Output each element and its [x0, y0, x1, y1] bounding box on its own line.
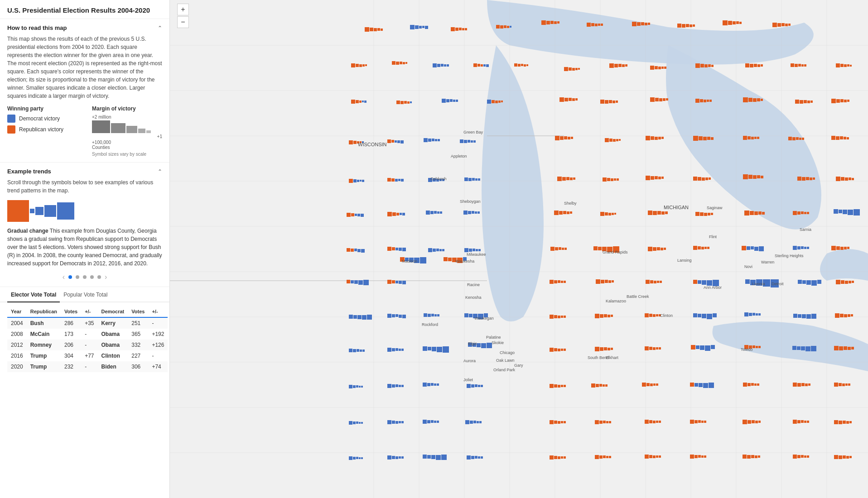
- svg-rect-445: [693, 280, 697, 284]
- svg-rect-27: [374, 28, 377, 31]
- svg-rect-363: [399, 248, 402, 251]
- cell-rep-change: -: [81, 361, 97, 372]
- svg-rect-115: [695, 63, 700, 68]
- svg-rect-737: [843, 455, 846, 459]
- svg-rect-228: [707, 137, 710, 140]
- carousel-prev[interactable]: ‹: [63, 273, 65, 281]
- svg-rect-508: [756, 313, 758, 316]
- svg-rect-534: [443, 346, 449, 353]
- svg-rect-202: [432, 139, 434, 141]
- svg-rect-470: [387, 314, 391, 318]
- svg-rect-322: [563, 211, 566, 214]
- svg-rect-25: [365, 27, 369, 32]
- svg-rect-205: [460, 139, 463, 143]
- svg-rect-289: [761, 176, 763, 178]
- svg-rect-226: [699, 136, 703, 140]
- svg-rect-182: [804, 100, 807, 103]
- carousel-dot-5[interactable]: [97, 275, 101, 279]
- svg-rect-612: [699, 383, 703, 387]
- svg-rect-413: [358, 280, 363, 285]
- carousel-dot-3[interactable]: [83, 275, 87, 279]
- svg-rect-261: [468, 178, 472, 181]
- svg-rect-297: [845, 177, 848, 181]
- example-trends-header[interactable]: Example trends ⌃: [7, 168, 162, 175]
- col-rep-votes: Votes: [61, 306, 81, 317]
- svg-rect-567: [801, 346, 805, 350]
- svg-rect-340: [744, 211, 749, 215]
- svg-rect-585: [423, 383, 427, 387]
- svg-text:Clinton: Clinton: [660, 313, 673, 318]
- svg-rect-733: [804, 455, 806, 458]
- svg-rect-222: [655, 137, 658, 140]
- svg-rect-681: [839, 421, 842, 424]
- svg-rect-352: [843, 210, 847, 214]
- carousel-dot-1[interactable]: [68, 275, 72, 279]
- svg-rect-138: [362, 101, 364, 102]
- svg-text:Sterling Heights: Sterling Heights: [775, 254, 804, 258]
- svg-rect-659: [609, 421, 611, 423]
- svg-rect-176: [748, 98, 752, 102]
- svg-rect-321: [559, 211, 563, 215]
- svg-rect-643: [434, 421, 436, 423]
- svg-rect-335: [695, 212, 699, 216]
- map-area[interactable]: + −: [170, 0, 868, 498]
- svg-rect-727: [751, 455, 754, 458]
- svg-rect-433: [561, 281, 563, 283]
- zoom-out-button[interactable]: −: [177, 16, 189, 28]
- svg-rect-562: [752, 345, 755, 348]
- carousel-dot-4[interactable]: [90, 275, 94, 279]
- svg-rect-235: [788, 137, 792, 140]
- how-to-read-header[interactable]: How to read this map ⌃: [7, 24, 162, 31]
- example-trends-description: Scroll through the symbols below to see …: [7, 178, 162, 195]
- svg-rect-725: [743, 455, 747, 459]
- svg-rect-271: [607, 178, 610, 181]
- svg-text:Kalamazoo: Kalamazoo: [606, 299, 626, 303]
- svg-rect-692: [395, 456, 398, 459]
- svg-rect-417: [395, 281, 398, 283]
- svg-rect-637: [395, 421, 398, 424]
- svg-rect-264: [478, 178, 480, 181]
- how-to-read-chevron[interactable]: ⌃: [158, 25, 162, 31]
- svg-rect-525: [387, 348, 391, 352]
- svg-rect-593: [478, 385, 480, 387]
- svg-rect-75: [351, 63, 355, 67]
- svg-rect-442: [654, 281, 656, 283]
- svg-rect-649: [479, 421, 482, 423]
- carousel-next[interactable]: ›: [105, 273, 107, 281]
- tab-popular-vote[interactable]: Popular Vote Total: [60, 287, 111, 302]
- svg-rect-36: [455, 28, 458, 31]
- svg-rect-408: [844, 247, 847, 249]
- svg-rect-30: [410, 25, 415, 29]
- table-row: 2020 Trump 232 - Biden 306 +74: [7, 361, 168, 372]
- democrat-swatch: [7, 115, 15, 123]
- svg-rect-714: [609, 456, 611, 458]
- svg-rect-331: [653, 211, 657, 215]
- zoom-in-button[interactable]: +: [177, 4, 189, 15]
- svg-rect-441: [650, 280, 653, 283]
- carousel-dot-2[interactable]: [76, 275, 79, 279]
- svg-rect-635: [387, 420, 391, 424]
- svg-rect-119: [711, 65, 714, 67]
- svg-rect-663: [656, 421, 658, 423]
- svg-rect-640: [423, 420, 427, 424]
- svg-rect-398: [754, 247, 758, 251]
- svg-rect-367: [436, 249, 439, 251]
- svg-rect-463: [849, 281, 851, 283]
- svg-rect-604: [605, 384, 608, 387]
- trend-bar-2: [30, 209, 34, 213]
- svg-rect-557: [700, 345, 704, 350]
- svg-text:Rockford: Rockford: [422, 322, 438, 327]
- tab-elector-vote[interactable]: Elector Vote Total: [7, 287, 60, 302]
- svg-rect-225: [693, 136, 698, 141]
- carousel-nav[interactable]: ‹ ›: [7, 273, 162, 281]
- col-republican: Republican: [27, 306, 61, 317]
- svg-rect-313: [437, 211, 439, 214]
- svg-rect-605: [642, 383, 646, 387]
- svg-rect-243: [844, 137, 846, 139]
- svg-rect-610: [690, 383, 694, 387]
- svg-rect-465: [349, 315, 353, 319]
- svg-rect-287: [753, 175, 757, 179]
- svg-rect-169: [666, 98, 668, 101]
- example-trends-chevron[interactable]: ⌃: [158, 168, 162, 175]
- cell-dem-name: Kerry: [98, 317, 128, 329]
